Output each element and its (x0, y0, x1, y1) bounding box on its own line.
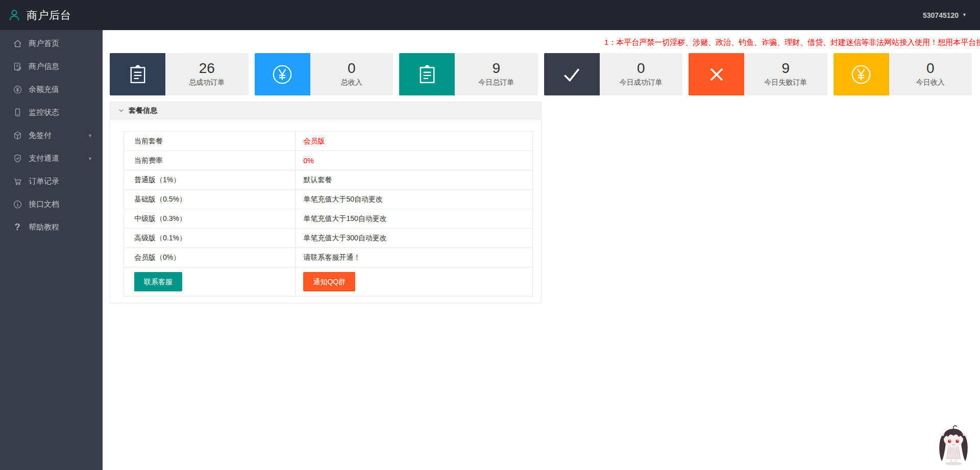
sidebar-item-label: 帮助教程 (29, 222, 92, 232)
package-info-panel: 套餐信息 当前套餐 会员版 当前费率 0% 普通版（1%） 默认套餐 (110, 102, 542, 303)
stat-body: 26 总成功订单 (165, 53, 249, 95)
stat-label: 今日失败订单 (764, 78, 807, 87)
stat-body: 9 今日失败订单 (744, 53, 827, 95)
stat-label: 今日总订单 (478, 78, 514, 87)
table-row: 会员版（0%） 请联系客服开通！ (124, 248, 533, 267)
stat-value: 26 (199, 61, 215, 76)
topbar: 商户后台 530745120 ▼ (0, 0, 980, 30)
clipboard-icon (399, 53, 455, 95)
row-value: 请联系客服开通！ (296, 248, 533, 267)
stat-card-total-success-orders: 26 总成功订单 (110, 53, 249, 95)
row-value: 0% (296, 151, 533, 170)
yen-icon (255, 53, 310, 95)
profile-edit-icon (12, 62, 22, 72)
row-value: 单笔充值大于50自动更改 (296, 190, 533, 209)
stat-card-today-failed-orders: 9 今日失败订单 (689, 53, 827, 95)
check-icon (544, 53, 600, 95)
chevron-down-icon (118, 107, 125, 114)
button-cell: 通知QQ群 (296, 267, 533, 296)
caret-down-icon: ▼ (88, 133, 92, 138)
info-circle-icon (12, 200, 22, 210)
stat-value: 0 (637, 61, 645, 76)
stat-value: 0 (926, 61, 935, 76)
sidebar-item-label: 监控状态 (29, 108, 92, 117)
table-row-buttons: 联系客服 通知QQ群 (124, 267, 533, 296)
user-logo-icon (7, 8, 21, 22)
main-content: 1：本平台严禁一切淫秽、涉赌、政治、钓鱼、诈骗、理财、借贷、封建迷信等非法网站接… (103, 30, 980, 470)
stat-label: 总成功订单 (189, 78, 225, 87)
row-value: 默认套餐 (296, 170, 533, 190)
row-value: 单笔充值大于150自动更改 (296, 209, 533, 229)
sidebar-item-label: 支付通道 (29, 154, 85, 163)
stat-card-total-income: 0 总收入 (255, 53, 394, 95)
contact-support-button[interactable]: 联系客服 (134, 272, 182, 291)
cube-icon (12, 131, 22, 141)
yen-circle-icon (12, 85, 22, 95)
stats-row: 26 总成功订单 0 总收入 (103, 53, 980, 95)
sidebar-item-label: 接口文档 (29, 200, 92, 209)
package-table: 当前套餐 会员版 当前费率 0% 普通版（1%） 默认套餐 基础版（0.5%） … (124, 131, 533, 296)
notify-qq-group-button[interactable]: 通知QQ群 (303, 272, 355, 291)
panel-title: 套餐信息 (129, 106, 157, 115)
row-value: 单笔充值大于300自动更改 (296, 229, 533, 248)
sidebar-item-label: 商户信息 (29, 62, 92, 71)
sidebar-item-label: 订单记录 (29, 177, 92, 186)
stat-card-today-income: 0 今日收入 (834, 53, 972, 95)
row-label: 普通版（1%） (124, 170, 296, 190)
stat-body: 0 今日成功订单 (600, 53, 683, 95)
sidebar-item-no-sign-pay[interactable]: 免签付 ▼ (0, 124, 103, 147)
table-row: 中级版（0.3%） 单笔充值大于150自动更改 (124, 209, 533, 229)
close-icon (689, 53, 744, 95)
table-row: 基础版（0.5%） 单笔充值大于50自动更改 (124, 190, 533, 209)
home-icon (12, 39, 22, 49)
row-label: 会员版（0%） (124, 248, 296, 267)
sidebar: 商户首页 商户信息 余额充值 监控状态 (0, 30, 103, 470)
row-label: 当前套餐 (124, 132, 296, 151)
notice-text: 1：本平台严禁一切淫秽、涉赌、政治、钓鱼、诈骗、理财、借贷、封建迷信等非法网站接… (604, 38, 980, 47)
stat-label: 今日成功订单 (620, 78, 663, 87)
app-logo[interactable]: 商户后台 (0, 8, 71, 22)
sidebar-item-label: 免签付 (29, 131, 85, 140)
user-menu[interactable]: 530745120 ▼ (923, 0, 980, 30)
app-title: 商户后台 (27, 8, 71, 22)
table-row: 当前费率 0% (124, 151, 533, 170)
panel-header[interactable]: 套餐信息 (110, 102, 541, 119)
table-row: 高级版（0.1%） 单笔充值大于300自动更改 (124, 229, 533, 248)
sidebar-item-help-tutorial[interactable]: ? 帮助教程 (0, 216, 103, 239)
sidebar-item-merchant-home[interactable]: 商户首页 (0, 32, 103, 55)
panel-body: 当前套餐 会员版 当前费率 0% 普通版（1%） 默认套餐 基础版（0.5%） … (110, 119, 541, 303)
table-row: 当前套餐 会员版 (124, 132, 533, 151)
stat-body: 0 今日收入 (889, 53, 972, 95)
row-label: 高级版（0.1%） (124, 229, 296, 248)
stat-value: 9 (781, 61, 790, 76)
username: 530745120 (923, 11, 959, 19)
sidebar-item-monitor-status[interactable]: 监控状态 (0, 101, 103, 124)
stat-body: 9 今日总订单 (455, 53, 538, 95)
table-row: 普通版（1%） 默认套餐 (124, 170, 533, 190)
row-value: 会员版 (296, 132, 533, 151)
sidebar-item-api-docs[interactable]: 接口文档 (0, 193, 103, 216)
stat-value: 9 (492, 61, 500, 76)
stat-value: 0 (348, 61, 356, 76)
stat-label: 今日收入 (916, 78, 945, 87)
sidebar-item-label: 余额充值 (29, 85, 92, 94)
row-label: 基础版（0.5%） (124, 190, 296, 209)
monitor-icon (12, 108, 22, 118)
caret-down-icon: ▼ (88, 156, 92, 161)
sidebar-item-order-records[interactable]: 订单记录 (0, 170, 103, 193)
cart-icon (12, 177, 22, 187)
stat-card-today-success-orders: 0 今日成功订单 (544, 53, 683, 95)
stat-body: 0 总收入 (310, 53, 394, 95)
stat-label: 总收入 (341, 78, 362, 87)
clipboard-icon (110, 53, 165, 95)
row-label: 当前费率 (124, 151, 296, 170)
sidebar-item-balance-recharge[interactable]: 余额充值 (0, 78, 103, 101)
yen-icon (834, 53, 889, 95)
row-label: 中级版（0.3%） (124, 209, 296, 229)
mascot-image (929, 419, 978, 468)
shield-check-icon (12, 154, 22, 164)
sidebar-item-merchant-info[interactable]: 商户信息 (0, 55, 103, 78)
question-icon: ? (12, 222, 22, 233)
sidebar-item-payment-channels[interactable]: 支付通道 ▼ (0, 147, 103, 170)
caret-down-icon: ▼ (962, 13, 967, 17)
